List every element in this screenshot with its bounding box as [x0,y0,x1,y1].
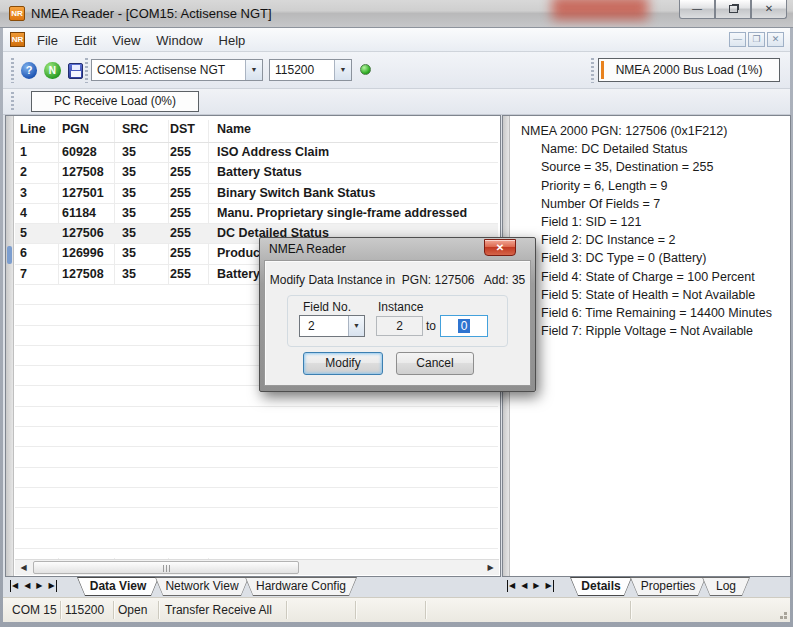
cell-src: 35 [122,226,136,240]
network-icon[interactable]: N [44,62,60,79]
baud-rate-select[interactable]: 115200 ▼ [269,59,352,81]
tab-prev-icon[interactable]: ◀ [521,580,527,592]
table-header: Line PGN SRC DST Name [15,120,498,143]
scroll-right-icon[interactable]: ▶ [483,561,498,575]
status-separator [425,601,426,619]
chevron-down-icon[interactable]: ▼ [245,60,262,80]
table-row[interactable]: 1 60928 35 255 ISO Address Claim [15,143,498,163]
minimize-button[interactable]: — [679,0,715,19]
tab-details[interactable]: Details [570,577,632,596]
tab-label: Properties [630,579,706,593]
close-button[interactable]: ✕ [751,0,787,19]
cell-pgn: 61184 [62,206,96,220]
bus-load-indicator: NMEA 2000 Bus Load (1%) [598,58,780,82]
toolbar-grip[interactable] [85,58,88,83]
detail-line: Field 2: DC Instance = 2 [521,231,790,249]
tab-next-icon[interactable]: ▶ [36,580,42,592]
close-icon: ✕ [765,3,773,14]
dialog-close-button[interactable]: ✕ [484,239,516,256]
left-vertical-scrollbar-thumb[interactable] [7,246,12,264]
com-port-select[interactable]: COM15: Actisense NGT ▼ [91,59,263,81]
status-bar: COM 15 115200 Open Transfer Receive All [3,597,790,622]
connection-led-icon [360,64,371,75]
menu-help[interactable]: Help [211,30,254,51]
menu-view[interactable]: View [104,30,148,51]
tab-hardware-config[interactable]: Hardware Config [245,577,357,596]
pgn-details: NMEA 2000 PGN: 127506 (0x1F212) Name: DC… [510,116,790,340]
instance-label: Instance [378,300,423,314]
table-row[interactable]: 3 127501 35 255 Binary Switch Bank Statu… [15,184,498,204]
detail-line: Field 6: Time Remaining = 14400 Minutes [521,304,790,322]
window-controls: — ✕ [679,0,787,19]
mdi-close-button[interactable]: ✕ [767,32,784,47]
tab-last-icon[interactable]: ▶ [48,580,56,592]
maximize-icon [729,5,738,13]
tab-properties[interactable]: Properties [630,577,706,596]
modify-button[interactable]: Modify [303,352,383,375]
resize-grip-icon[interactable] [784,616,787,619]
cell-dst: 255 [170,226,191,240]
tab-label: Data View [77,579,159,593]
cell-name: Binary Switch Bank Status [217,186,375,200]
table-row[interactable]: 2 127508 35 255 Battery Status [15,163,498,183]
col-name[interactable]: Name [217,122,251,136]
tab-log[interactable]: Log [702,577,750,596]
cancel-button[interactable]: Cancel [396,352,474,375]
mdi-minimize-button[interactable]: — [729,32,746,47]
tab-first-icon[interactable]: ◀ [10,580,18,592]
baud-rate-value: 115200 [270,63,334,77]
dialog-message: Modify Data Instance in PGN: 127506 Add:… [265,273,530,287]
horizontal-scrollbar[interactable]: ◀ ▶ [15,559,499,575]
table-row[interactable]: 4 61184 35 255 Manu. Proprietary single-… [15,204,498,224]
col-dst[interactable]: DST [170,122,195,136]
tab-data-view[interactable]: Data View [77,577,159,596]
field-group: Field No. Instance 2 ▼ 2 to 0 [287,295,508,347]
chevron-down-icon[interactable]: ▼ [334,60,351,80]
detail-line: Field 1: SID = 121 [521,213,790,231]
tab-last-icon[interactable]: ▶ [545,580,553,592]
menu-window[interactable]: Window [148,30,210,51]
detail-line: Source = 35, Destination = 255 [521,158,790,176]
tab-next-icon[interactable]: ▶ [533,580,539,592]
window-title: NMEA Reader - [COM15: Actisense NGT] [31,6,272,21]
col-pgn[interactable]: PGN [62,122,89,136]
selected-input-text: 0 [458,319,471,333]
status-separator [158,601,159,619]
current-instance-field: 2 [376,316,423,336]
toolbar-grip[interactable] [591,58,594,83]
detail-line: Number Of Fields = 7 [521,195,790,213]
save-icon[interactable] [68,63,83,79]
toolbar-grip[interactable] [11,58,14,83]
menu-file[interactable]: File [29,30,66,51]
mdi-window-controls: — ❐ ✕ [729,32,784,47]
help-icon[interactable]: ? [21,62,37,79]
detail-line: Field 3: DC Type = 0 (Battery) [521,249,790,267]
field-no-select[interactable]: 2 ▼ [299,315,365,337]
new-instance-input[interactable]: 0 [440,315,488,337]
menu-bar: NR File Edit View Window Help — ❐ ✕ [3,28,790,52]
cell-line: 5 [20,226,27,240]
chevron-down-icon[interactable]: ▼ [348,316,364,336]
toolbar-grip[interactable] [11,92,14,112]
tab-label: Log [702,579,750,593]
tab-scroll-buttons: ◀ ◀ ▶ ▶ [507,580,554,592]
menu-items: File Edit View Window Help [29,28,253,52]
menu-edit[interactable]: Edit [66,30,104,51]
maximize-button[interactable] [715,0,751,19]
tab-first-icon[interactable]: ◀ [507,580,515,592]
tab-label: Hardware Config [245,579,357,593]
tab-prev-icon[interactable]: ◀ [24,580,30,592]
mdi-child-icon[interactable]: NR [10,32,25,47]
horizontal-scrollbar-thumb[interactable] [33,561,299,574]
cell-line: 4 [20,206,27,220]
left-vertical-scrollbar[interactable] [6,116,14,576]
scroll-left-icon[interactable]: ◀ [16,561,31,575]
col-src[interactable]: SRC [122,122,148,136]
bus-load-label: NMEA 2000 Bus Load (1%) [616,63,763,77]
pc-receive-load-indicator: PC Receive Load (0%) [31,91,199,112]
mdi-restore-button[interactable]: ❐ [748,32,765,47]
cell-dst: 255 [170,267,191,281]
cell-line: 3 [20,186,27,200]
tab-network-view[interactable]: Network View [155,577,249,596]
col-line[interactable]: Line [20,122,46,136]
